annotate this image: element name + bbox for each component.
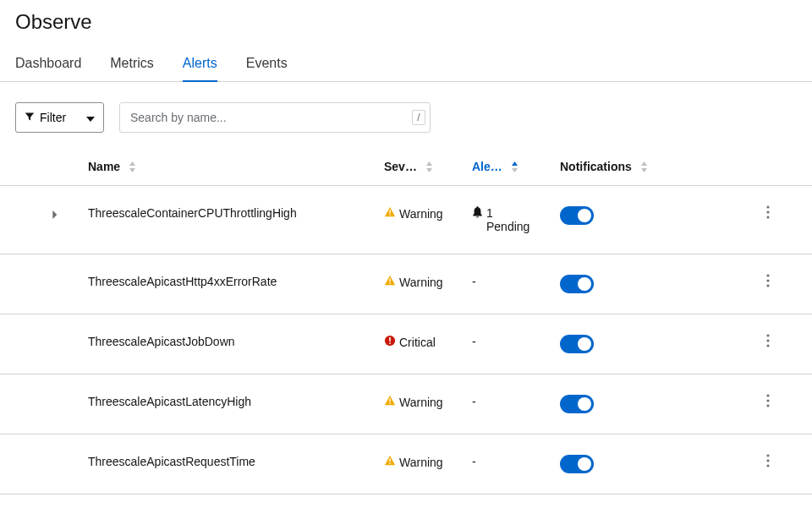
svg-rect-22 <box>389 462 390 463</box>
kebab-icon <box>766 205 770 221</box>
svg-point-24 <box>766 459 769 462</box>
alert-name[interactable]: ThreescaleContainerCPUThrottlingHigh <box>88 206 384 220</box>
svg-point-9 <box>766 284 769 287</box>
tabs: Dashboard Metrics Alerts Events <box>0 47 812 82</box>
svg-rect-0 <box>389 210 390 213</box>
tab-dashboard[interactable]: Dashboard <box>15 47 81 81</box>
column-header-alert[interactable]: Ale… <box>472 160 560 173</box>
svg-rect-21 <box>389 458 390 462</box>
warning-icon <box>384 455 396 469</box>
alert-state: Pending <box>486 220 529 233</box>
alert-empty: - <box>472 395 476 408</box>
warning-icon <box>384 395 396 409</box>
severity-label: Warning <box>399 456 443 469</box>
column-header-alert-label: Ale… <box>472 160 502 173</box>
svg-point-2 <box>766 205 769 208</box>
svg-rect-12 <box>389 342 391 344</box>
kebab-icon <box>766 394 770 410</box>
filter-icon <box>25 111 35 124</box>
alert-empty: - <box>472 335 476 348</box>
sort-icon <box>640 161 648 172</box>
kebab-icon <box>766 454 770 470</box>
column-header-notifications-label: Notifications <box>560 160 632 173</box>
search-wrapper: / <box>119 102 431 133</box>
severity-label: Warning <box>399 276 443 289</box>
filter-button[interactable]: Filter <box>15 102 104 133</box>
svg-point-15 <box>766 344 769 347</box>
alert-name[interactable]: ThreescaleApicastHttp4xxErrorRate <box>88 275 384 288</box>
svg-point-14 <box>766 339 769 341</box>
svg-point-25 <box>766 464 769 467</box>
svg-point-13 <box>766 334 769 336</box>
row-actions-button[interactable] <box>761 275 775 288</box>
notifications-toggle[interactable] <box>560 206 594 225</box>
severity-label: Warning <box>399 207 443 221</box>
column-header-severity[interactable]: Sev… <box>384 160 472 173</box>
table-body: ThreescaleContainerCPUThrottlingHighWarn… <box>0 185 812 494</box>
alert-count: 1 <box>486 206 529 220</box>
alert-name[interactable]: ThreescaleApicastJobDown <box>88 335 384 348</box>
severity-cell: Critical <box>384 335 436 349</box>
svg-point-7 <box>766 274 769 276</box>
svg-point-23 <box>766 454 769 456</box>
table-row: ThreescaleApicastJobDownCritical- <box>0 314 812 374</box>
severity-label: Warning <box>399 396 443 409</box>
notifications-toggle[interactable] <box>560 395 594 413</box>
notifications-toggle[interactable] <box>560 335 594 353</box>
search-shortcut: / <box>412 110 425 125</box>
severity-cell: Warning <box>384 455 443 469</box>
kebab-icon <box>766 274 770 290</box>
kebab-icon <box>766 334 770 350</box>
tab-alerts[interactable]: Alerts <box>183 47 217 81</box>
page-title: Observe <box>0 0 812 47</box>
alert-empty: - <box>472 275 476 288</box>
svg-point-20 <box>766 404 769 407</box>
svg-rect-1 <box>389 214 390 215</box>
severity-cell: Warning <box>384 206 443 221</box>
column-header-name[interactable]: Name <box>88 160 384 173</box>
sort-icon <box>425 161 433 172</box>
row-actions-button[interactable] <box>761 455 775 468</box>
notifications-toggle[interactable] <box>560 275 594 293</box>
chevron-right-icon <box>51 208 58 221</box>
sort-icon <box>129 161 136 172</box>
alert-name[interactable]: ThreescaleApicastLatencyHigh <box>88 395 384 408</box>
column-header-severity-label: Sev… <box>384 160 417 173</box>
warning-icon <box>384 206 396 221</box>
tab-metrics[interactable]: Metrics <box>110 47 154 81</box>
row-actions-button[interactable] <box>761 335 775 348</box>
svg-point-3 <box>766 210 769 213</box>
svg-rect-11 <box>389 337 391 341</box>
row-actions-button[interactable] <box>761 206 775 220</box>
table-row: ThreescaleApicastLatencyHighWarning- <box>0 374 812 434</box>
svg-rect-16 <box>389 398 390 402</box>
row-actions-button[interactable] <box>761 395 775 408</box>
filter-label: Filter <box>40 111 66 124</box>
caret-down-icon <box>86 111 95 124</box>
severity-cell: Warning <box>384 395 443 409</box>
expand-button[interactable] <box>15 206 58 223</box>
svg-rect-5 <box>389 278 390 281</box>
search-input[interactable] <box>119 102 431 133</box>
sort-up-icon <box>511 161 518 172</box>
svg-point-8 <box>766 279 769 281</box>
critical-icon <box>384 335 396 349</box>
severity-label: Critical <box>399 336 436 349</box>
svg-point-18 <box>766 394 769 396</box>
severity-cell: Warning <box>384 275 443 289</box>
table-header: Name Sev… Ale… Notifications <box>0 148 812 185</box>
warning-icon <box>384 275 396 289</box>
tab-events[interactable]: Events <box>246 47 288 81</box>
svg-rect-17 <box>389 402 390 403</box>
svg-point-19 <box>766 399 769 402</box>
alert-empty: - <box>472 455 476 468</box>
column-header-name-label: Name <box>88 160 120 173</box>
alert-name[interactable]: ThreescaleApicastRequestTime <box>88 455 384 468</box>
notifications-toggle[interactable] <box>560 455 594 473</box>
alert-cell: 1Pending <box>472 206 529 233</box>
column-header-notifications[interactable]: Notifications <box>560 160 729 173</box>
toolbar: Filter / <box>0 82 812 148</box>
table-row: ThreescaleContainerCPUThrottlingHighWarn… <box>0 186 812 254</box>
table-row: ThreescaleApicastHttp4xxErrorRateWarning… <box>0 254 812 314</box>
svg-rect-6 <box>389 282 390 283</box>
